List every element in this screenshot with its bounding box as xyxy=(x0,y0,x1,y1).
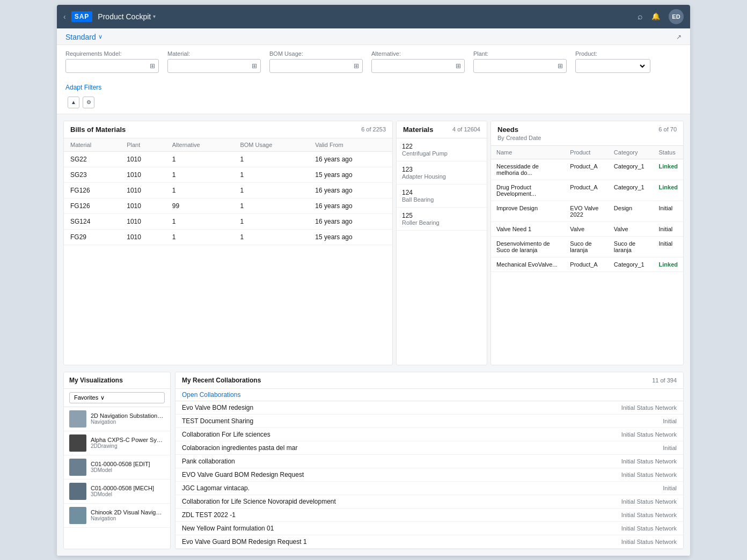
list-item[interactable]: 124 Ball Bearing xyxy=(397,185,487,208)
vis-name: C01-0000-0508 [EDIT] xyxy=(91,461,165,467)
list-item[interactable]: Collaboration for Life Science Novorapid… xyxy=(175,495,683,509)
list-item[interactable]: JGC Lagomar vintacap. Initial xyxy=(175,482,683,495)
collab-status: Initial Status Network xyxy=(621,498,677,505)
plant-field[interactable] xyxy=(477,62,558,70)
visualizations-panel: My Visualizations Favorites ∨ 2D Navigat… xyxy=(63,372,171,549)
cell-bom-usage: 1 xyxy=(233,213,309,229)
chevron-down-icon[interactable]: ▾ xyxy=(153,13,156,19)
alternative-field[interactable] xyxy=(375,62,456,70)
value-help-icon[interactable]: ⊞ xyxy=(354,62,359,70)
vis-name: Alpha CXPS-C Power System... xyxy=(91,437,165,443)
alternative-input[interactable]: ⊞ xyxy=(371,59,465,73)
cell-alternative: 1 xyxy=(166,182,234,198)
material-num: 123 xyxy=(402,166,481,173)
list-item[interactable]: Collaboration For Life sciences Initial … xyxy=(175,428,683,441)
material-num: 122 xyxy=(402,143,481,150)
cell-category: Category_1 xyxy=(609,159,654,180)
list-item[interactable]: ZDL TEST 2022 -1 Initial Status Network xyxy=(175,509,683,522)
value-help-icon[interactable]: ⊞ xyxy=(558,62,563,70)
list-item[interactable]: 125 Roller Bearing xyxy=(397,208,487,231)
table-row[interactable]: FG126 1010 99 1 16 years ago xyxy=(64,198,392,213)
bom-table-header-row: Material Plant Alternative BOM Usage Val… xyxy=(64,138,392,152)
needs-table: Name Product Category Status Necessidade… xyxy=(491,146,683,272)
bom-usage-label: BOM Usage: xyxy=(269,50,363,57)
list-item[interactable]: Chinook 2D Visual Navigation Navigation xyxy=(64,504,170,528)
table-row[interactable]: Desenvolvimento de Suco de laranja Suco … xyxy=(491,236,683,257)
vis-thumbnail xyxy=(69,483,86,500)
cell-material: FG126 xyxy=(64,182,120,198)
nav-settings-button[interactable]: ⚙ xyxy=(83,97,94,108)
cell-status: Linked xyxy=(654,159,683,180)
header-icons: ⌕ 🔔 ED xyxy=(638,9,684,24)
cell-product: Product_A xyxy=(565,159,609,180)
collab-status: Initial Status Network xyxy=(621,471,677,478)
vis-thumbnail xyxy=(69,410,86,428)
list-item[interactable]: Pank collaboration Initial Status Networ… xyxy=(175,455,683,468)
list-item[interactable]: EVO Valve Guard BOM Redesign Request Ini… xyxy=(175,468,683,482)
view-selector[interactable]: Standard ∨ xyxy=(65,33,102,41)
table-row[interactable]: SG124 1010 1 1 16 years ago xyxy=(64,213,392,229)
list-item[interactable]: Evo Valve Guard BOM Redesign Request 1 I… xyxy=(175,535,683,549)
material-input[interactable]: ⊞ xyxy=(167,59,261,73)
vis-filter-row: Favorites ∨ xyxy=(64,389,170,407)
table-row[interactable]: SG23 1010 1 1 15 years ago xyxy=(64,167,392,182)
requirements-model-field[interactable] xyxy=(69,62,150,70)
open-collaborations-link[interactable]: Open Collaborations xyxy=(175,389,683,401)
cell-name: Desenvolvimento de Suco de laranja xyxy=(491,236,565,257)
bom-usage-field[interactable] xyxy=(273,62,354,70)
product-dropdown[interactable] xyxy=(579,62,647,70)
app-title: Product Cockpit ▾ xyxy=(98,12,156,21)
cell-name: Drug Product Development... xyxy=(491,180,565,201)
notification-icon[interactable]: 🔔 xyxy=(651,12,660,20)
search-icon[interactable]: ⌕ xyxy=(638,12,643,21)
list-item[interactable]: 123 Adapter Housing xyxy=(397,161,487,185)
nav-up-button[interactable]: ▲ xyxy=(68,97,79,108)
list-item[interactable]: C01-0000-0508 [MECH] 3DModel xyxy=(64,480,170,504)
value-help-icon[interactable]: ⊞ xyxy=(456,62,461,70)
list-item[interactable]: Alpha CXPS-C Power System... 2DDrawing xyxy=(64,431,170,455)
value-help-icon[interactable]: ⊞ xyxy=(150,62,155,70)
table-row[interactable]: Mechanical EvoValve... Product_A Categor… xyxy=(491,257,683,271)
list-item[interactable]: Evo Valve BOM redesign Initial Status Ne… xyxy=(175,401,683,415)
collab-name: Pank collaboration xyxy=(182,458,235,465)
user-avatar[interactable]: ED xyxy=(669,9,684,24)
table-row[interactable]: FG126 1010 1 1 16 years ago xyxy=(64,182,392,198)
needs-panel-count: 6 of 70 xyxy=(658,126,677,132)
cell-bom-usage: 1 xyxy=(233,198,309,213)
list-item[interactable]: New Yellow Paint formulation 01 Initial … xyxy=(175,522,683,535)
vis-filter-button[interactable]: Favorites ∨ xyxy=(69,392,165,403)
collab-name: TEST Document Sharing xyxy=(182,417,253,425)
cell-material: SG23 xyxy=(64,167,120,182)
table-row[interactable]: SG22 1010 1 1 16 years ago xyxy=(64,151,392,167)
collaborations-panel: My Recent Collaborations 11 of 394 Open … xyxy=(175,372,684,549)
bom-usage-filter: BOM Usage: ⊞ xyxy=(269,50,363,73)
value-help-icon[interactable]: ⊞ xyxy=(252,62,257,70)
table-row[interactable]: Valve Need 1 Valve Valve Initial xyxy=(491,222,683,236)
table-row[interactable]: Drug Product Development... Product_A Ca… xyxy=(491,180,683,201)
list-item[interactable]: 2D Navigation Substation N0... Navigatio… xyxy=(64,407,170,431)
cell-name: Necessidade de melhoria do... xyxy=(491,159,565,180)
requirements-model-input[interactable]: ⊞ xyxy=(65,59,159,73)
cell-plant: 1010 xyxy=(120,213,166,229)
collab-status: Initial xyxy=(663,445,677,451)
table-row[interactable]: Improve Design EVO Valve 2022 Design Ini… xyxy=(491,201,683,222)
adapt-filters-button[interactable]: Adapt Filters xyxy=(65,82,101,93)
table-row[interactable]: FG29 1010 1 1 15 years ago xyxy=(64,229,392,245)
cell-category: Suco de laranja xyxy=(609,236,654,257)
product-select[interactable] xyxy=(575,59,650,73)
cell-product: Valve xyxy=(565,222,609,236)
bom-usage-input[interactable]: ⊞ xyxy=(269,59,363,73)
cell-plant: 1010 xyxy=(120,167,166,182)
col-alternative: Alternative xyxy=(166,138,234,152)
needs-panel: Needs 6 of 70 By Created Date Name Produ… xyxy=(490,121,684,365)
table-row[interactable]: Necessidade de melhoria do... Product_A … xyxy=(491,159,683,180)
needs-panel-header: Needs 6 of 70 By Created Date xyxy=(491,121,683,146)
list-item[interactable]: C01-0000-0508 [EDIT] 3DModel xyxy=(64,455,170,480)
back-button[interactable]: ‹ xyxy=(63,12,66,21)
list-item[interactable]: TEST Document Sharing Initial xyxy=(175,415,683,428)
plant-input[interactable]: ⊞ xyxy=(473,59,567,73)
list-item[interactable]: 122 Centrifugal Pump xyxy=(397,138,487,161)
expand-icon[interactable]: ↗ xyxy=(676,33,682,41)
list-item[interactable]: Colaboracion ingredientes pasta del mar … xyxy=(175,441,683,455)
material-field[interactable] xyxy=(171,62,252,70)
